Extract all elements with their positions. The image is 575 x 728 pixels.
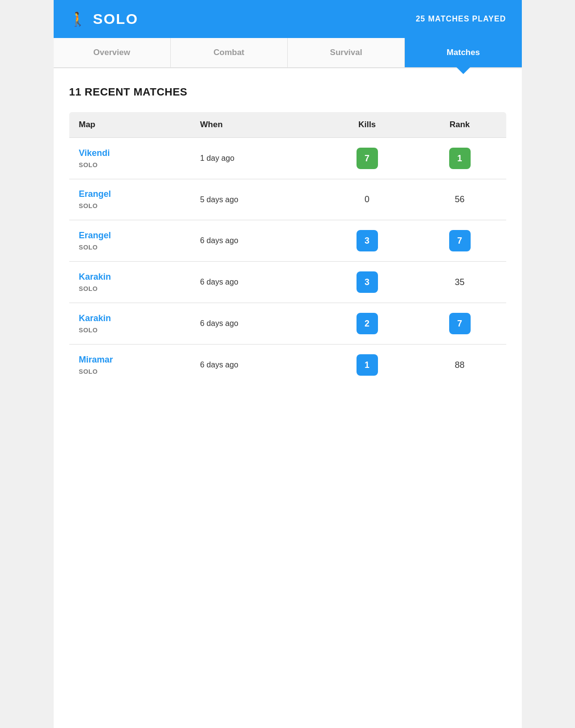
kills-badge: 3 — [357, 271, 378, 293]
tab-overview[interactable]: Overview — [54, 38, 171, 67]
rank-value: 88 — [455, 360, 465, 370]
map-name: Karakin — [79, 272, 181, 282]
when-text: 5 days ago — [200, 195, 238, 204]
col-header-rank: Rank — [414, 112, 506, 138]
col-header-when: When — [190, 112, 320, 138]
cell-kills: 1 — [321, 345, 414, 386]
cell-when: 5 days ago — [190, 179, 320, 220]
col-header-map: Map — [69, 112, 191, 138]
cell-when: 6 days ago — [190, 220, 320, 262]
tab-combat[interactable]: Combat — [171, 38, 288, 67]
tabs-bar: Overview Combat Survival Matches — [54, 38, 522, 68]
section-title: 11 RECENT MATCHES — [69, 86, 506, 98]
kills-badge: 3 — [357, 230, 378, 251]
cell-map: ErangelSOLO — [69, 179, 191, 220]
map-mode: SOLO — [79, 202, 98, 210]
matches-table: Map When Kills Rank VikendiSOLO1 day ago… — [69, 112, 506, 385]
when-text: 6 days ago — [200, 236, 238, 245]
app-container: 🚶 SOLO 25 MATCHES PLAYED Overview Combat… — [54, 0, 522, 728]
cell-map: VikendiSOLO — [69, 138, 191, 179]
when-text: 6 days ago — [200, 361, 238, 369]
cell-rank: 7 — [414, 220, 506, 262]
table-row[interactable]: ErangelSOLO5 days ago056 — [69, 179, 506, 220]
cell-rank: 56 — [414, 179, 506, 220]
table-header-row: Map When Kills Rank — [69, 112, 506, 138]
kills-value: 0 — [365, 194, 370, 204]
map-mode: SOLO — [79, 244, 98, 251]
cell-kills: 7 — [321, 138, 414, 179]
map-mode: SOLO — [79, 368, 98, 375]
main-content: 11 RECENT MATCHES Map When Kills Rank Vi… — [54, 68, 522, 403]
header-left: 🚶 SOLO — [69, 11, 139, 27]
map-name: Vikendi — [79, 148, 181, 158]
cell-rank: 88 — [414, 345, 506, 386]
cell-kills: 2 — [321, 303, 414, 345]
map-name: Erangel — [79, 189, 181, 199]
table-row[interactable]: KarakinSOLO6 days ago27 — [69, 303, 506, 345]
rank-value: 56 — [455, 194, 465, 204]
cell-when: 1 day ago — [190, 138, 320, 179]
cell-map: MiramarSOLO — [69, 345, 191, 386]
cell-map: KarakinSOLO — [69, 262, 191, 303]
cell-map: KarakinSOLO — [69, 303, 191, 345]
col-header-kills: Kills — [321, 112, 414, 138]
cell-when: 6 days ago — [190, 303, 320, 345]
rank-badge: 7 — [449, 230, 471, 251]
when-text: 6 days ago — [200, 319, 238, 327]
table-row[interactable]: ErangelSOLO6 days ago37 — [69, 220, 506, 262]
rank-badge: 1 — [449, 148, 471, 169]
table-row[interactable]: KarakinSOLO6 days ago335 — [69, 262, 506, 303]
table-row[interactable]: MiramarSOLO6 days ago188 — [69, 345, 506, 386]
cell-kills: 3 — [321, 262, 414, 303]
cell-kills: 0 — [321, 179, 414, 220]
map-name: Miramar — [79, 355, 181, 365]
mode-title: SOLO — [93, 11, 139, 27]
kills-badge: 7 — [357, 148, 378, 169]
cell-rank: 1 — [414, 138, 506, 179]
map-mode: SOLO — [79, 326, 98, 334]
matches-played-count: 25 MATCHES PLAYED — [416, 15, 506, 23]
when-text: 1 day ago — [200, 154, 234, 162]
map-mode: SOLO — [79, 161, 98, 169]
kills-badge: 2 — [357, 313, 378, 334]
map-name: Karakin — [79, 313, 181, 324]
table-row[interactable]: VikendiSOLO1 day ago71 — [69, 138, 506, 179]
cell-map: ErangelSOLO — [69, 220, 191, 262]
solo-icon: 🚶 — [69, 11, 86, 27]
kills-badge: 1 — [357, 354, 378, 376]
when-text: 6 days ago — [200, 278, 238, 286]
cell-when: 6 days ago — [190, 262, 320, 303]
tab-survival[interactable]: Survival — [288, 38, 405, 67]
cell-rank: 7 — [414, 303, 506, 345]
rank-value: 35 — [455, 277, 465, 287]
cell-rank: 35 — [414, 262, 506, 303]
cell-kills: 3 — [321, 220, 414, 262]
map-mode: SOLO — [79, 285, 98, 292]
tab-matches[interactable]: Matches — [405, 38, 521, 67]
rank-badge: 7 — [449, 313, 471, 334]
header: 🚶 SOLO 25 MATCHES PLAYED — [54, 0, 522, 38]
map-name: Erangel — [79, 230, 181, 241]
cell-when: 6 days ago — [190, 345, 320, 386]
